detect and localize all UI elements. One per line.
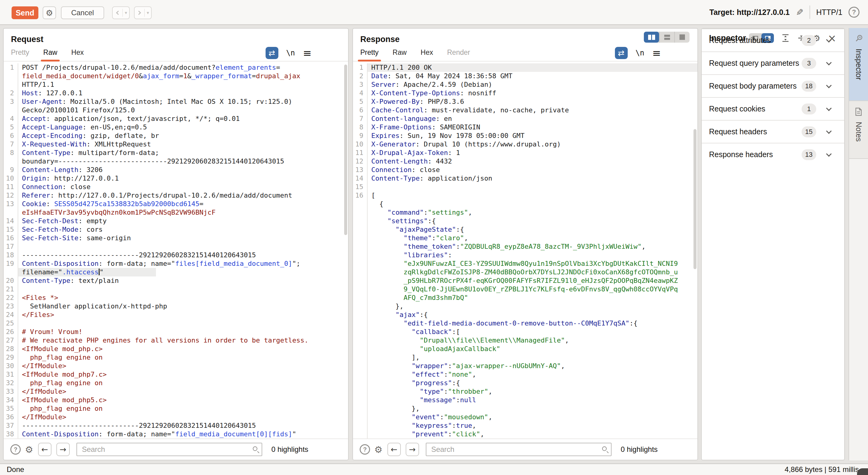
line-number xyxy=(353,208,368,217)
http-version-label[interactable]: HTTP/1 xyxy=(816,8,842,17)
side-tab-notes[interactable]: Notes xyxy=(849,101,868,159)
editor-line: 24</Files> xyxy=(4,311,348,319)
response-search-input[interactable] xyxy=(426,443,612,456)
editor-menu-icon[interactable]: ≡ xyxy=(303,48,312,58)
editor-line: 17 xyxy=(4,242,348,251)
editor-line: }, xyxy=(353,302,698,311)
inspector-sections: Request attributes2Request query paramet… xyxy=(702,29,844,166)
editor-menu-icon[interactable]: ≡ xyxy=(652,48,661,58)
history-back-button[interactable]: ▾ xyxy=(112,6,130,19)
line-number: 9 xyxy=(353,131,368,140)
request-editor[interactable]: 1POST /Projects/drupal-10.2.6/media/add/… xyxy=(4,62,348,439)
tab-pretty[interactable]: Pretty xyxy=(11,49,29,61)
editor-line: "callback":[ xyxy=(353,328,698,336)
line-number xyxy=(353,268,368,277)
request-search-bar: ? ⚙ ← → 0 highlights xyxy=(4,439,348,460)
editor-line: 21 xyxy=(4,285,348,293)
newline-chars-toggle-icon[interactable]: \n xyxy=(636,49,645,57)
line-number: 16 xyxy=(353,191,368,200)
chevron-down-icon: ▾ xyxy=(125,10,127,15)
line-number: 38 xyxy=(4,430,18,439)
next-match-button[interactable]: → xyxy=(406,443,419,456)
request-search-input[interactable] xyxy=(76,443,262,456)
search-settings-icon[interactable]: ⚙ xyxy=(25,444,33,455)
line-number xyxy=(353,404,368,413)
line-number: 27 xyxy=(4,336,18,345)
search-settings-icon[interactable]: ⚙ xyxy=(374,444,382,455)
history-forward-button[interactable]: ▾ xyxy=(134,6,152,19)
response-search-bar: ? ⚙ ← → 0 highlights xyxy=(353,439,698,460)
search-help-icon[interactable]: ? xyxy=(360,444,370,454)
line-number: 5 xyxy=(4,123,18,131)
search-help-icon[interactable]: ? xyxy=(10,444,21,454)
next-match-button[interactable]: → xyxy=(56,443,70,456)
line-number: 24 xyxy=(4,311,18,319)
line-number: 5 xyxy=(353,97,368,106)
line-number: 35 xyxy=(4,404,18,413)
line-number xyxy=(353,234,368,242)
section-label: Request attributes xyxy=(709,36,771,45)
chevron-down-icon: ▾ xyxy=(147,10,149,15)
request-editor-scrollbar[interactable] xyxy=(344,65,347,235)
tab-render[interactable]: Render xyxy=(447,49,470,61)
line-number: 9 xyxy=(4,166,18,174)
line-number xyxy=(353,362,368,370)
prev-match-button[interactable]: ← xyxy=(388,443,401,456)
editor-line: { xyxy=(353,200,698,208)
editor-line: 18-----------------------------292129206… xyxy=(4,251,348,259)
send-settings-button[interactable]: ⚙ xyxy=(43,6,56,19)
send-button[interactable]: Send xyxy=(11,6,38,19)
search-icon xyxy=(602,446,607,451)
section-label: Request body parameters xyxy=(709,82,797,90)
line-number: 14 xyxy=(4,217,18,225)
line-number: 2 xyxy=(4,89,18,97)
chevron-down-icon xyxy=(826,83,832,88)
tab-pretty[interactable]: Pretty xyxy=(360,49,378,61)
inspector-section-request-headers[interactable]: Request headers15 xyxy=(702,120,844,143)
line-number xyxy=(353,336,368,345)
layout-rows-button[interactable] xyxy=(659,32,674,43)
tab-raw[interactable]: Raw xyxy=(393,49,407,61)
inspector-section-request-query-parameters[interactable]: Request query parameters3 xyxy=(702,52,844,74)
editor-line: 6Accept-Encoding: gzip, deflate, br xyxy=(4,131,348,140)
inspector-section-request-cookies[interactable]: Request cookies1 xyxy=(702,97,844,120)
response-editor[interactable]: 1HTTP/1.1 200 OK2Date: Sat, 04 May 2024 … xyxy=(353,62,698,439)
editor-line: 16[ xyxy=(353,191,698,200)
word-wrap-toggle-icon[interactable]: ⇄ xyxy=(266,47,278,59)
help-icon[interactable]: ? xyxy=(848,7,860,18)
editor-line: 8X-Frame-Options: SAMEORIGIN xyxy=(353,123,698,131)
line-number: 12 xyxy=(353,157,368,166)
editor-line: 9_VQqLf0-JjUEwn8U1ov0EY_rZPBLJ1Yc7KLFsfq… xyxy=(353,285,698,293)
editor-line: 13Cookie: SESS05d4275ca1538832b5ab92000b… xyxy=(4,200,348,208)
inspector-section-request-attributes[interactable]: Request attributes2 xyxy=(702,29,844,52)
editor-line: zqRlkgDdlcFWZoISJP8-ZM40dBBQoOrbX7DYsLJ2… xyxy=(353,268,698,277)
editor-line: 7X-Requested-With: XMLHttpRequest xyxy=(4,140,348,149)
editor-line: 31<IfModule mod_php7.c> xyxy=(4,370,348,379)
line-number xyxy=(4,72,18,81)
editor-line: "eJx9UNFuwzAI_CE3-YZ9SUUIWdmw8Qyu1n19nSp… xyxy=(353,259,698,268)
line-number: 32 xyxy=(4,379,18,387)
prev-match-button[interactable]: ← xyxy=(38,443,52,456)
line-number: 18 xyxy=(4,251,18,259)
layout-columns-button[interactable] xyxy=(644,32,659,43)
editor-line: field_media_document/widget/0&ajax_form=… xyxy=(4,72,348,81)
editor-line: 10X-Generator: Drupal 10 (https://www.dr… xyxy=(353,140,698,149)
newline-chars-toggle-icon[interactable]: \n xyxy=(286,49,295,57)
cancel-button[interactable]: Cancel xyxy=(61,6,104,19)
editor-line: "edit-field-media-document-0-remove-butt… xyxy=(353,319,698,328)
edit-target-icon[interactable]: ✎ xyxy=(796,7,803,18)
side-tab-inspector[interactable]: Inspector xyxy=(849,28,868,101)
inspector-section-response-headers[interactable]: Response headers13 xyxy=(702,143,844,166)
chevron-down-icon xyxy=(826,37,832,42)
tab-hex[interactable]: Hex xyxy=(71,49,84,61)
inspector-section-request-body-parameters[interactable]: Request body parameters18 xyxy=(702,74,844,97)
tab-hex[interactable]: Hex xyxy=(421,49,433,61)
tab-raw[interactable]: Raw xyxy=(43,49,57,61)
editor-line: 9Content-Length: 3206 xyxy=(4,166,348,174)
line-number: 7 xyxy=(353,115,368,123)
word-wrap-toggle-icon[interactable]: ⇄ xyxy=(615,47,628,59)
response-editor-scrollbar[interactable] xyxy=(693,129,696,269)
layout-single-button[interactable] xyxy=(674,32,689,43)
line-number xyxy=(353,242,368,251)
editor-line: "libraries": xyxy=(353,251,698,259)
